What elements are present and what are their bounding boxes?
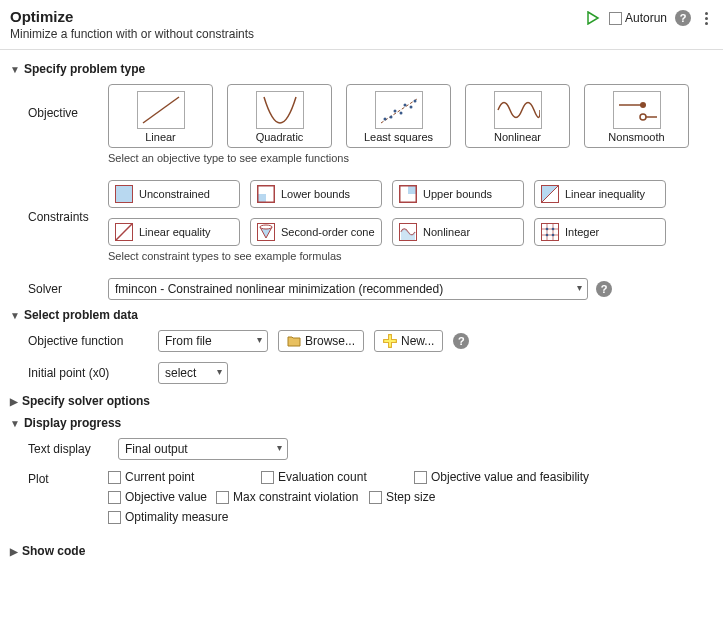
constraints-label: Constraints [28, 180, 108, 224]
section-toggle-problem-data[interactable]: ▼ Select problem data [10, 308, 713, 322]
collapse-icon: ▼ [10, 418, 20, 429]
objective-option-quadratic[interactable]: Quadratic [227, 84, 332, 148]
constraint-option-label: Lower bounds [281, 188, 350, 200]
new-button[interactable]: New... [374, 330, 443, 352]
objective-option-nonsmooth[interactable]: Nonsmooth [584, 84, 689, 148]
linear-icon [137, 91, 185, 129]
linear-inequality-icon [541, 185, 559, 203]
checkbox-icon [216, 491, 229, 504]
svg-point-9 [413, 100, 416, 103]
integer-icon [541, 223, 559, 241]
plot-checkbox-objective-value[interactable]: Objective value [108, 490, 208, 504]
checkbox-icon [261, 471, 274, 484]
objective-function-value: From file [165, 334, 212, 348]
nonlinear-constraint-icon [399, 223, 417, 241]
svg-rect-14 [258, 194, 266, 202]
checkbox-icon [609, 12, 622, 25]
constraint-option-label: Second-order cone [281, 226, 375, 238]
objective-option-nonlinear[interactable]: Nonlinear [465, 84, 570, 148]
section-title: Specify problem type [24, 62, 145, 76]
svg-point-8 [409, 106, 412, 109]
checkbox-icon [414, 471, 427, 484]
objective-option-linear[interactable]: Linear [108, 84, 213, 148]
svg-point-22 [260, 225, 272, 229]
unconstrained-icon [115, 185, 133, 203]
collapse-icon: ▼ [10, 64, 20, 75]
plot-option-label: Objective value [125, 490, 207, 504]
constraint-option-label: Integer [565, 226, 599, 238]
plot-label: Plot [28, 470, 108, 486]
plot-checkbox-optimality-measure[interactable]: Optimality measure [108, 510, 298, 524]
solver-help-button[interactable]: ? [596, 281, 612, 297]
objective-function-select[interactable]: From file [158, 330, 268, 352]
section-toggle-problem-type[interactable]: ▼ Specify problem type [10, 62, 713, 76]
solver-value: fmincon - Constrained nonlinear minimiza… [115, 282, 443, 296]
constraint-option-linear-inequality[interactable]: Linear inequality [534, 180, 666, 208]
svg-point-29 [546, 234, 549, 237]
constraint-option-linear-equality[interactable]: Linear equality [108, 218, 240, 246]
constraint-option-second-order-cone[interactable]: Second-order cone [250, 218, 382, 246]
svg-line-20 [116, 224, 132, 240]
plot-option-label: Objective value and feasibility [431, 470, 589, 484]
svg-point-27 [546, 228, 549, 231]
objective-hint: Select an objective type to see example … [108, 152, 713, 164]
section-toggle-show-code[interactable]: ▶ Show code [10, 544, 713, 558]
run-button[interactable] [585, 10, 601, 26]
objective-label: Objective [28, 84, 108, 120]
svg-point-28 [552, 228, 555, 231]
least-squares-icon [375, 91, 423, 129]
plot-option-label: Evaluation count [278, 470, 367, 484]
plot-checkbox-objective-feasibility[interactable]: Objective value and feasibility [414, 470, 604, 484]
page-subtitle: Minimize a function with or without cons… [10, 27, 585, 41]
expand-icon: ▶ [10, 546, 18, 557]
initial-point-select[interactable]: select [158, 362, 228, 384]
objective-function-help-button[interactable]: ? [453, 333, 469, 349]
collapse-icon: ▼ [10, 310, 20, 321]
upper-bounds-icon [399, 185, 417, 203]
constraint-option-unconstrained[interactable]: Unconstrained [108, 180, 240, 208]
plus-icon [383, 334, 397, 348]
linear-equality-icon [115, 223, 133, 241]
checkbox-icon [369, 491, 382, 504]
help-button[interactable]: ? [675, 10, 691, 26]
constraint-option-integer[interactable]: Integer [534, 218, 666, 246]
solver-select[interactable]: fmincon - Constrained nonlinear minimiza… [108, 278, 588, 300]
constraint-option-lower-bounds[interactable]: Lower bounds [250, 180, 382, 208]
section-title: Specify solver options [22, 394, 150, 408]
objective-option-least-squares[interactable]: Least squares [346, 84, 451, 148]
svg-point-7 [403, 104, 406, 107]
svg-point-4 [389, 116, 392, 119]
new-label: New... [401, 334, 434, 348]
svg-rect-16 [408, 186, 416, 194]
constraint-option-nonlinear[interactable]: Nonlinear [392, 218, 524, 246]
plot-checkbox-step-size[interactable]: Step size [369, 490, 514, 504]
text-display-value: Final output [125, 442, 188, 456]
checkbox-icon [108, 491, 121, 504]
text-display-select[interactable]: Final output [118, 438, 288, 460]
objective-option-label: Linear [145, 131, 176, 143]
more-options-button[interactable] [699, 10, 713, 26]
section-toggle-solver-options[interactable]: ▶ Specify solver options [10, 394, 713, 408]
page-title: Optimize [10, 8, 585, 25]
checkbox-icon [108, 511, 121, 524]
section-title: Show code [22, 544, 85, 558]
initial-point-label: Initial point (x0) [28, 366, 148, 380]
autorun-checkbox[interactable]: Autorun [609, 11, 667, 25]
section-title: Select problem data [24, 308, 138, 322]
svg-point-13 [640, 114, 646, 120]
autorun-label: Autorun [625, 11, 667, 25]
browse-button[interactable]: Browse... [278, 330, 364, 352]
objective-option-label: Nonlinear [494, 131, 541, 143]
svg-point-6 [399, 112, 402, 115]
play-icon [586, 11, 600, 25]
constraint-option-label: Nonlinear [423, 226, 470, 238]
folder-icon [287, 335, 301, 347]
plot-checkbox-current-point[interactable]: Current point [108, 470, 253, 484]
cone-icon [257, 223, 275, 241]
plot-checkbox-max-constraint-violation[interactable]: Max constraint violation [216, 490, 361, 504]
section-toggle-display-progress[interactable]: ▼ Display progress [10, 416, 713, 430]
constraint-option-upper-bounds[interactable]: Upper bounds [392, 180, 524, 208]
plot-option-label: Current point [125, 470, 194, 484]
svg-line-1 [143, 97, 179, 123]
plot-checkbox-evaluation-count[interactable]: Evaluation count [261, 470, 406, 484]
